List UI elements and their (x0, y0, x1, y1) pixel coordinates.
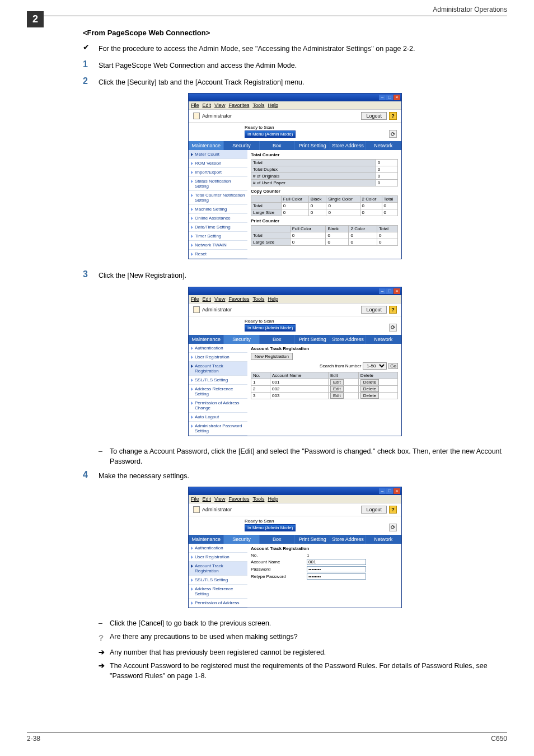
close-icon[interactable]: × (394, 288, 400, 294)
menu-edit[interactable]: Edit (203, 496, 212, 502)
delete-button[interactable]: Delete (360, 393, 379, 399)
refresh-icon[interactable]: ⟳ (389, 324, 397, 332)
sidebar-item-admin-pw[interactable]: Administrator Password Setting (189, 422, 247, 436)
tab-box[interactable]: Box (260, 141, 295, 150)
menu-view[interactable]: View (214, 496, 225, 502)
sidebar-item-user-reg[interactable]: User Registration (189, 353, 247, 362)
tab-print-setting[interactable]: Print Setting (295, 141, 330, 150)
close-icon[interactable]: × (394, 95, 400, 100)
admin-icon (193, 113, 200, 119)
sidebar-item-meter-count[interactable]: Meter Count (189, 150, 247, 159)
delete-button[interactable]: Delete (360, 386, 379, 392)
new-registration-button[interactable]: New Registration (251, 353, 293, 360)
footer-model: C650 (491, 735, 507, 743)
maximize-icon[interactable]: □ (386, 288, 393, 294)
sidebar-item-auto-logout[interactable]: Auto Logout (189, 413, 247, 422)
menu-edit[interactable]: Edit (203, 102, 212, 108)
tab-network[interactable]: Network (366, 535, 401, 544)
tab-security[interactable]: Security (224, 535, 259, 544)
tab-network[interactable]: Network (366, 141, 401, 150)
tab-store-address[interactable]: Store Address (330, 141, 366, 150)
edit-button[interactable]: Edit (330, 386, 344, 392)
sidebar-item-ssl-tls[interactable]: SSL/TLS Setting (189, 576, 247, 585)
go-button[interactable]: Go (388, 363, 398, 369)
tab-store-address[interactable]: Store Address (330, 535, 366, 544)
tab-security[interactable]: Security (224, 335, 259, 344)
sidebar-item-authentication[interactable]: Authentication (189, 344, 247, 353)
tab-maintenance[interactable]: Maintenance (189, 141, 224, 150)
sidebar-item-reset[interactable]: Reset (189, 250, 247, 259)
menu-tools[interactable]: Tools (252, 296, 264, 302)
sidebar-item-date-time[interactable]: Date/Time Setting (189, 223, 247, 232)
tab-network[interactable]: Network (366, 335, 401, 344)
tab-security[interactable]: Security (224, 141, 259, 150)
menu-file[interactable]: File (191, 102, 199, 108)
search-range-select[interactable]: 1-50 (363, 362, 387, 370)
sidebar-item-perm-addr[interactable]: Permission of Address (189, 599, 247, 608)
tab-print-setting[interactable]: Print Setting (295, 535, 330, 544)
arrow-icon: ➔ (99, 661, 110, 671)
refresh-icon[interactable]: ⟳ (389, 524, 397, 531)
sidebar-item-timer[interactable]: Timer Setting (189, 232, 247, 241)
admin-icon (193, 306, 200, 313)
tab-box[interactable]: Box (260, 535, 295, 544)
sidebar-item-perm-addr-change[interactable]: Permission of Address Change (189, 399, 247, 413)
tab-maintenance[interactable]: Maintenance (189, 335, 224, 344)
delete-button[interactable]: Delete (360, 379, 379, 385)
password-input[interactable] (307, 566, 366, 572)
step-2-num: 2 (83, 76, 99, 86)
refresh-icon[interactable]: ⟳ (389, 130, 397, 138)
sidebar-item-user-reg[interactable]: User Registration (189, 553, 247, 562)
edit-button[interactable]: Edit (330, 393, 344, 399)
tab-store-address[interactable]: Store Address (330, 335, 366, 344)
close-icon[interactable]: × (394, 488, 400, 494)
sidebar-item-online-assistance[interactable]: Online Assistance (189, 214, 247, 223)
tab-maintenance[interactable]: Maintenance (189, 535, 224, 544)
menu-help[interactable]: Help (268, 296, 278, 302)
screenshot-2-window: – □ × File Edit View Favorites Tools Hel… (188, 287, 402, 436)
maximize-icon[interactable]: □ (386, 95, 393, 100)
sidebar-item-total-counter-notif[interactable]: Total Counter Notification Setting (189, 191, 247, 205)
pane-title-copy-counter: Copy Counter (251, 189, 398, 194)
help-button[interactable]: ? (389, 306, 397, 314)
menu-favorites[interactable]: Favorites (228, 296, 249, 302)
tab-print-setting[interactable]: Print Setting (295, 335, 330, 344)
sidebar-item-rom-version[interactable]: ROM Version (189, 159, 247, 168)
step-1-text: Start PageScope Web Connection and acces… (99, 59, 507, 71)
sidebar-item-authentication[interactable]: Authentication (189, 544, 247, 553)
menu-favorites[interactable]: Favorites (228, 496, 249, 502)
edit-button[interactable]: Edit (330, 379, 344, 385)
table-row: 2002 Edit Delete (251, 385, 398, 392)
sidebar-item-account-track-reg[interactable]: Account Track Registration (189, 362, 247, 376)
logout-button[interactable]: Logout (361, 112, 387, 120)
help-button[interactable]: ? (389, 112, 397, 120)
menu-help[interactable]: Help (268, 496, 278, 502)
help-button[interactable]: ? (389, 506, 397, 514)
minimize-icon[interactable]: – (379, 488, 386, 494)
maximize-icon[interactable]: □ (386, 488, 393, 494)
sidebar-item-machine-setting[interactable]: Machine Setting (189, 205, 247, 214)
menu-view[interactable]: View (214, 102, 225, 108)
account-name-input[interactable] (307, 559, 366, 565)
menu-tools[interactable]: Tools (252, 496, 264, 502)
sidebar-item-account-track-reg[interactable]: Account Track Registration (189, 562, 247, 576)
sidebar-item-ssl-tls[interactable]: SSL/TLS Setting (189, 376, 247, 385)
menu-help[interactable]: Help (268, 102, 278, 108)
logout-button[interactable]: Logout (361, 306, 387, 314)
sidebar-item-status-notif[interactable]: Status Notification Setting (189, 177, 247, 191)
menu-edit[interactable]: Edit (203, 296, 212, 302)
sidebar-item-addr-ref[interactable]: Address Reference Setting (189, 385, 247, 399)
menu-file[interactable]: File (191, 296, 199, 302)
menu-tools[interactable]: Tools (252, 102, 264, 108)
sidebar-item-network-twain[interactable]: Network TWAIN (189, 241, 247, 250)
menu-favorites[interactable]: Favorites (228, 102, 249, 108)
retype-password-input[interactable] (307, 573, 366, 580)
sidebar-item-import-export[interactable]: Import/Export (189, 168, 247, 177)
minimize-icon[interactable]: – (379, 95, 386, 100)
tab-box[interactable]: Box (260, 335, 295, 344)
minimize-icon[interactable]: – (379, 288, 386, 294)
sidebar-item-addr-ref[interactable]: Address Reference Setting (189, 585, 247, 599)
menu-file[interactable]: File (191, 496, 199, 502)
logout-button[interactable]: Logout (361, 506, 387, 514)
menu-view[interactable]: View (214, 296, 225, 302)
